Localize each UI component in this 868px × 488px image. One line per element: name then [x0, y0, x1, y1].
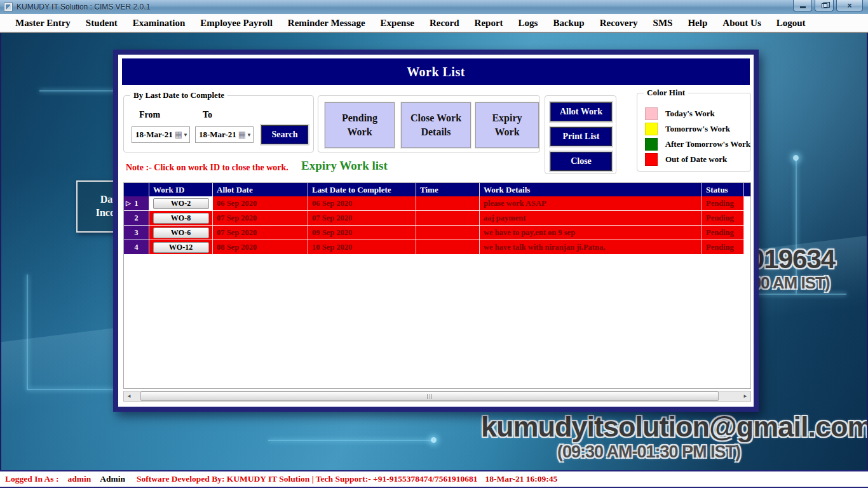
menu-item-examination[interactable]: Examination	[125, 18, 193, 29]
menu-item-sms[interactable]: SMS	[646, 18, 681, 29]
desktop-background: kumudyitsolution@gmail.com (09:30 AM-01:…	[0, 33, 868, 470]
status-cell: Pending	[702, 196, 744, 211]
app-icon	[4, 3, 13, 11]
menu-item-recovery[interactable]: Recovery	[592, 18, 646, 29]
color-hint-text: Today's Work	[665, 109, 715, 119]
to-date-value: 18-Mar-21	[199, 130, 238, 140]
search-button[interactable]: Search	[261, 125, 308, 144]
status-cell: Pending	[702, 226, 744, 240]
menu-item-master-entry[interactable]: Master Entry	[8, 18, 78, 29]
color-swatch	[645, 153, 658, 166]
scroll-right-arrow[interactable]: ►	[740, 391, 750, 401]
menu-item-student[interactable]: Student	[78, 18, 125, 29]
column-header-allot-date: Allot Date	[213, 183, 308, 196]
note-text: Note :- Click on work ID to close the wo…	[126, 163, 288, 173]
menu-item-report[interactable]: Report	[467, 18, 511, 29]
work-details-cell: we have to pay,ent on 9 sep	[480, 226, 702, 240]
work-details-cell: we have talk with niranjan ji.Patna,	[480, 240, 702, 255]
menu-item-record[interactable]: Record	[422, 18, 467, 29]
status-cell: Pending	[702, 240, 744, 255]
view-buttons-group: Pending Work Close Work Details Expiry W…	[318, 95, 540, 152]
color-hint-group: Color Hint Today's WorkTomorrow's WorkAf…	[637, 93, 751, 172]
allot-work-button[interactable]: Allot Work	[550, 102, 612, 121]
row-number-cell: 4	[124, 240, 149, 255]
pending-work-button[interactable]: Pending Work	[325, 102, 395, 148]
horizontal-scrollbar[interactable]: ◄ ►	[123, 391, 751, 402]
hours-watermark: (09:30 AM-01:30 PM IST)	[557, 442, 740, 462]
close-window-button[interactable]: ×	[836, 0, 863, 11]
dropdown-arrow-icon[interactable]: ▼	[247, 132, 252, 138]
expiry-work-button[interactable]: Expiry Work	[475, 102, 539, 148]
menu-item-expense[interactable]: Expense	[373, 18, 422, 29]
current-row-marker-icon: ▷	[126, 196, 131, 210]
color-hint-item: Today's Work	[637, 106, 750, 121]
close-dialog-button[interactable]: Close	[550, 152, 612, 171]
circuit-node-dot	[431, 437, 437, 443]
column-header-work-details: Work Details	[480, 183, 702, 196]
list-title: Expiry Work list	[301, 159, 388, 173]
color-swatch	[645, 107, 658, 120]
scrollbar-track[interactable]	[134, 391, 740, 401]
circuit-line	[27, 274, 28, 389]
column-header-work-id: Work ID	[149, 183, 213, 196]
color-hint-text: After Tomorrow's Work	[665, 139, 750, 149]
time-cell	[416, 196, 480, 211]
table-header-row: Work ID Allot Date Last Date to Complete…	[124, 183, 750, 196]
row-number: 1	[135, 199, 139, 208]
partial-number-watermark: 019634	[750, 244, 835, 274]
from-label: From	[139, 110, 160, 120]
table-row: 4WO-1208 Sep 202010 Sep 2020we have talk…	[124, 240, 750, 255]
print-list-button[interactable]: Print List	[550, 127, 612, 146]
scrollbar-thumb[interactable]	[140, 391, 719, 401]
row-number: 2	[135, 214, 139, 222]
allot-date-cell: 07 Sep 2020	[213, 211, 308, 226]
title-bar: KUMUDY IT Solution : CIMS VER 2.0.1 ×	[0, 0, 868, 14]
color-hint-list: Today's WorkTomorrow's WorkAfter Tomorro…	[637, 106, 750, 167]
calendar-icon: ▦	[175, 130, 182, 140]
menu-item-about-us[interactable]: About Us	[715, 18, 768, 29]
color-hint-text: Tomorrow's Work	[665, 124, 730, 134]
work-id-button[interactable]: WO-12	[153, 242, 209, 253]
row-number-cell: ▷1	[124, 196, 149, 211]
status-cell: Pending	[702, 211, 744, 226]
menu-item-logs[interactable]: Logs	[511, 18, 546, 29]
calendar-icon: ▦	[238, 130, 246, 140]
work-id-button[interactable]: WO-8	[153, 213, 209, 224]
allot-date-cell: 06 Sep 2020	[213, 196, 308, 211]
restore-icon	[822, 3, 827, 8]
dropdown-arrow-icon[interactable]: ▼	[183, 132, 188, 138]
work-id-button[interactable]: WO-6	[153, 227, 209, 238]
logged-in-label: Logged In As :	[5, 474, 58, 484]
table-row: 3WO-607 Sep 202009 Sep 2020we have to pa…	[124, 226, 750, 240]
from-date-picker[interactable]: 18-Mar-21 ▦ ▼	[132, 126, 190, 143]
window-title: KUMUDY IT Solution : CIMS VER 2.0.1	[17, 3, 150, 11]
scroll-left-arrow[interactable]: ◄	[124, 391, 134, 401]
menu-bar: Master EntryStudentExaminationEmployee P…	[0, 14, 868, 33]
menu-item-help[interactable]: Help	[680, 18, 715, 29]
status-bar: Logged In As : admin Admin Software Deve…	[0, 470, 868, 488]
color-hint-item: After Tomorrow's Work	[637, 137, 750, 152]
last-date-cell: 06 Sep 2020	[308, 196, 416, 211]
work-table: Work ID Allot Date Last Date to Complete…	[123, 182, 751, 389]
menu-item-logout[interactable]: Logout	[769, 18, 813, 29]
row-number-cell: 2	[124, 211, 149, 226]
restore-button[interactable]	[815, 0, 834, 11]
last-date-cell: 07 Sep 2020	[308, 211, 416, 226]
work-id-button[interactable]: WO-2	[153, 198, 209, 209]
application-window: KUMUDY IT Solution : CIMS VER 2.0.1 × Ma…	[0, 0, 868, 488]
developer-info: Software Developed By: KUMUDY IT Solutio…	[137, 474, 478, 484]
minimize-button[interactable]	[793, 0, 812, 11]
allot-date-cell: 07 Sep 2020	[213, 226, 308, 240]
row-number: 4	[135, 243, 139, 252]
column-header-last-date: Last Date to Complete	[308, 183, 416, 196]
allot-date-cell: 08 Sep 2020	[213, 240, 308, 255]
close-work-details-button[interactable]: Close Work Details	[401, 102, 471, 148]
menu-item-reminder-message[interactable]: Reminder Message	[280, 18, 373, 29]
time-cell	[416, 226, 480, 240]
menu-item-backup[interactable]: Backup	[545, 18, 592, 29]
to-label: To	[203, 110, 212, 120]
menu-item-employee-payroll[interactable]: Employee Payroll	[193, 18, 280, 29]
filter-group: By Last Date to Complete From To 18-Mar-…	[123, 95, 314, 152]
to-date-picker[interactable]: 18-Mar-21 ▦ ▼	[195, 126, 254, 143]
color-hint-item: Tomorrow's Work	[637, 121, 750, 137]
